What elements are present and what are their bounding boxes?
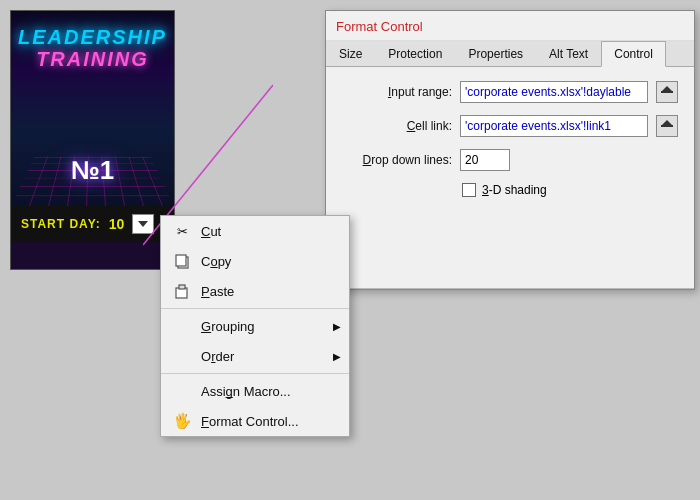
copy-icon xyxy=(173,252,191,270)
svg-marker-8 xyxy=(662,120,672,125)
order-label: Order xyxy=(201,349,337,364)
dialog-bottom-border xyxy=(326,288,694,289)
assign-macro-label: Assign Macro... xyxy=(201,384,337,399)
shading-checkbox[interactable] xyxy=(462,183,476,197)
card-bottom: START DAY: 10 xyxy=(11,206,174,242)
grouping-label: Grouping xyxy=(201,319,337,334)
dialog-title: Format Control xyxy=(326,11,694,41)
svg-rect-2 xyxy=(176,255,186,266)
context-menu-cut[interactable]: ✂ Cut xyxy=(161,216,349,246)
dialog-tabs: Size Protection Properties Alt Text Cont… xyxy=(326,41,694,67)
card-image: LEADERSHIP TRAINING №1 xyxy=(11,11,174,206)
leadership-card: LEADERSHIP TRAINING №1 START DAY: 10 xyxy=(10,10,175,270)
context-menu-grouping[interactable]: Grouping xyxy=(161,311,349,341)
svg-rect-4 xyxy=(179,285,185,289)
dropdown-lines-field[interactable] xyxy=(460,149,510,171)
card-title: LEADERSHIP TRAINING xyxy=(11,26,174,70)
menu-separator-2 xyxy=(161,373,349,374)
format-control-dialog: Format Control Size Protection Propertie… xyxy=(325,10,695,290)
tab-size[interactable]: Size xyxy=(326,41,375,66)
svg-rect-7 xyxy=(661,125,673,127)
grouping-icon xyxy=(173,317,191,335)
input-range-collapse-button[interactable] xyxy=(656,81,678,103)
tab-control[interactable]: Control xyxy=(601,41,666,67)
start-day-value: 10 xyxy=(109,216,125,232)
svg-rect-5 xyxy=(661,91,673,93)
shading-label: 3-D shading xyxy=(482,183,547,197)
shading-row: 3-D shading xyxy=(462,183,678,197)
paste-icon xyxy=(173,282,191,300)
svg-marker-6 xyxy=(662,86,672,91)
assign-macro-icon xyxy=(173,382,191,400)
context-menu-paste[interactable]: Paste xyxy=(161,276,349,306)
context-menu-assign-macro[interactable]: Assign Macro... xyxy=(161,376,349,406)
context-menu: ✂ Cut Copy Paste Grouping Order xyxy=(160,215,350,437)
tab-properties[interactable]: Properties xyxy=(455,41,536,66)
cut-icon: ✂ xyxy=(173,222,191,240)
paste-label: Paste xyxy=(201,284,337,299)
cell-link-row: Cell link: xyxy=(342,115,678,137)
tab-alt-text[interactable]: Alt Text xyxy=(536,41,601,66)
tab-protection[interactable]: Protection xyxy=(375,41,455,66)
format-control-icon: 🖐 xyxy=(173,412,191,430)
copy-label: Copy xyxy=(201,254,337,269)
cut-label: Cut xyxy=(201,224,337,239)
start-day-label: START DAY: xyxy=(21,217,101,231)
cell-link-label: Cell link: xyxy=(342,119,452,133)
menu-separator-1 xyxy=(161,308,349,309)
context-menu-format-control[interactable]: 🖐 Format Control... xyxy=(161,406,349,436)
dropdown-arrow-icon xyxy=(138,221,148,227)
dropdown-lines-row: Drop down lines: xyxy=(342,149,678,171)
context-menu-order[interactable]: Order xyxy=(161,341,349,371)
format-control-label: Format Control... xyxy=(201,414,337,429)
dropdown-lines-label: Drop down lines: xyxy=(342,153,452,167)
card-number: №1 xyxy=(11,155,174,186)
input-range-row: Input range: xyxy=(342,81,678,103)
input-range-field[interactable] xyxy=(460,81,648,103)
start-day-dropdown[interactable] xyxy=(132,214,154,234)
cell-link-field[interactable] xyxy=(460,115,648,137)
cell-link-collapse-button[interactable] xyxy=(656,115,678,137)
context-menu-copy[interactable]: Copy xyxy=(161,246,349,276)
dialog-content: Input range: Cell link: xyxy=(326,67,694,211)
input-range-label: Input range: xyxy=(342,85,452,99)
order-icon xyxy=(173,347,191,365)
